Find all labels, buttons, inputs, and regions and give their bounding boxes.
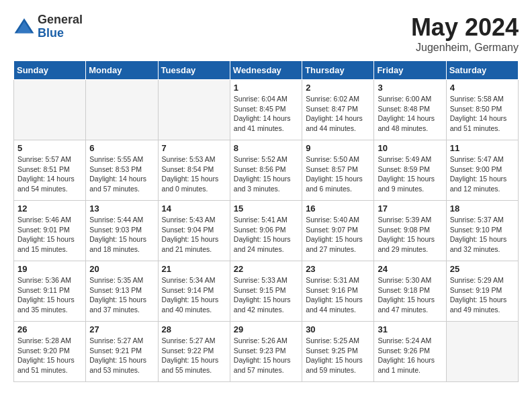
day-number: 28 [162,324,226,334]
day-info: Sunrise: 5:44 AMSunset: 9:03 PMDaylight:… [89,215,154,255]
calendar-cell: 31Sunrise: 5:24 AMSunset: 9:26 PMDayligh… [374,322,446,382]
calendar-cell: 26Sunrise: 5:28 AMSunset: 9:20 PMDayligh… [14,322,86,382]
calendar-cell: 17Sunrise: 5:39 AMSunset: 9:08 PMDayligh… [374,201,446,261]
day-number: 12 [17,203,82,214]
header-day-wednesday: Wednesday [230,61,302,80]
day-number: 31 [378,324,442,334]
day-number: 15 [234,203,298,214]
day-number: 29 [234,324,298,334]
day-number: 9 [306,143,370,153]
logo-icon [13,16,35,38]
day-info: Sunrise: 5:53 AMSunset: 8:54 PMDaylight:… [162,154,226,194]
day-info: Sunrise: 5:50 AMSunset: 8:57 PMDaylight:… [306,154,370,194]
day-info: Sunrise: 5:49 AMSunset: 8:59 PMDaylight:… [378,154,442,194]
day-info: Sunrise: 5:52 AMSunset: 8:56 PMDaylight:… [234,154,298,194]
calendar-cell: 30Sunrise: 5:25 AMSunset: 9:25 PMDayligh… [302,322,374,382]
day-info: Sunrise: 5:55 AMSunset: 8:53 PMDaylight:… [89,154,154,194]
day-info: Sunrise: 5:43 AMSunset: 9:04 PMDaylight:… [162,215,226,255]
page-header: General Blue May 2024 Jugenheim, Germany [13,13,519,54]
title-block: May 2024 Jugenheim, Germany [411,13,519,54]
calendar-cell: 21Sunrise: 5:34 AMSunset: 9:14 PMDayligh… [158,261,230,322]
month-title: May 2024 [411,13,519,42]
day-info: Sunrise: 5:39 AMSunset: 9:08 PMDaylight:… [378,215,442,255]
calendar-cell [158,80,230,140]
day-number: 1 [234,83,298,93]
day-info: Sunrise: 5:24 AMSunset: 9:26 PMDaylight:… [378,336,442,375]
calendar-cell: 25Sunrise: 5:29 AMSunset: 9:19 PMDayligh… [446,261,518,322]
calendar-week-2: 5Sunrise: 5:57 AMSunset: 8:51 PMDaylight… [14,140,519,201]
day-number: 5 [17,143,82,153]
day-number: 4 [450,83,515,93]
logo-text: General Blue [38,13,83,40]
day-info: Sunrise: 5:27 AMSunset: 9:22 PMDaylight:… [162,336,226,375]
day-number: 2 [306,83,370,93]
day-number: 17 [378,203,442,214]
day-number: 22 [234,264,298,274]
calendar-header-row: SundayMondayTuesdayWednesdayThursdayFrid… [14,61,519,80]
day-info: Sunrise: 5:27 AMSunset: 9:21 PMDaylight:… [89,336,154,375]
logo-general: General [38,13,83,27]
calendar-cell: 23Sunrise: 5:31 AMSunset: 9:16 PMDayligh… [302,261,374,322]
calendar-table: SundayMondayTuesdayWednesdayThursdayFrid… [13,60,519,382]
calendar-cell [446,322,518,382]
header-day-tuesday: Tuesday [158,61,230,80]
calendar-cell: 22Sunrise: 5:33 AMSunset: 9:15 PMDayligh… [230,261,302,322]
day-number: 10 [378,143,442,153]
header-day-saturday: Saturday [446,61,518,80]
day-number: 11 [450,143,515,153]
day-number: 26 [17,324,82,334]
day-info: Sunrise: 5:57 AMSunset: 8:51 PMDaylight:… [17,154,82,194]
day-info: Sunrise: 5:30 AMSunset: 9:18 PMDaylight:… [378,275,442,315]
calendar-week-5: 26Sunrise: 5:28 AMSunset: 9:20 PMDayligh… [14,322,519,382]
day-info: Sunrise: 5:40 AMSunset: 9:07 PMDaylight:… [306,215,370,255]
calendar-cell: 24Sunrise: 5:30 AMSunset: 9:18 PMDayligh… [374,261,446,322]
calendar-cell: 19Sunrise: 5:36 AMSunset: 9:11 PMDayligh… [14,261,86,322]
calendar-cell: 27Sunrise: 5:27 AMSunset: 9:21 PMDayligh… [86,322,158,382]
day-number: 18 [450,203,515,214]
logo: General Blue [13,13,83,40]
day-info: Sunrise: 5:26 AMSunset: 9:23 PMDaylight:… [234,336,298,375]
day-number: 20 [89,264,154,274]
calendar-cell: 6Sunrise: 5:55 AMSunset: 8:53 PMDaylight… [86,140,158,201]
day-number: 8 [234,143,298,153]
day-info: Sunrise: 6:04 AMSunset: 8:45 PMDaylight:… [234,94,298,134]
header-day-thursday: Thursday [302,61,374,80]
calendar-week-4: 19Sunrise: 5:36 AMSunset: 9:11 PMDayligh… [14,261,519,322]
day-number: 24 [378,264,442,274]
day-info: Sunrise: 5:34 AMSunset: 9:14 PMDaylight:… [162,275,226,315]
calendar-cell: 12Sunrise: 5:46 AMSunset: 9:01 PMDayligh… [14,201,86,261]
day-info: Sunrise: 5:58 AMSunset: 8:50 PMDaylight:… [450,94,515,134]
day-number: 16 [306,203,370,214]
day-info: Sunrise: 5:33 AMSunset: 9:15 PMDaylight:… [234,275,298,315]
calendar-cell: 29Sunrise: 5:26 AMSunset: 9:23 PMDayligh… [230,322,302,382]
calendar-cell: 16Sunrise: 5:40 AMSunset: 9:07 PMDayligh… [302,201,374,261]
day-number: 13 [89,203,154,214]
calendar-cell: 11Sunrise: 5:47 AMSunset: 9:00 PMDayligh… [446,140,518,201]
day-number: 23 [306,264,370,274]
calendar-cell [86,80,158,140]
day-number: 3 [378,83,442,93]
day-info: Sunrise: 5:47 AMSunset: 9:00 PMDaylight:… [450,154,515,194]
day-number: 25 [450,264,515,274]
calendar-cell: 14Sunrise: 5:43 AMSunset: 9:04 PMDayligh… [158,201,230,261]
calendar-cell: 2Sunrise: 6:02 AMSunset: 8:47 PMDaylight… [302,80,374,140]
day-info: Sunrise: 5:29 AMSunset: 9:19 PMDaylight:… [450,275,515,315]
calendar-cell: 18Sunrise: 5:37 AMSunset: 9:10 PMDayligh… [446,201,518,261]
day-number: 21 [162,264,226,274]
day-number: 14 [162,203,226,214]
header-day-friday: Friday [374,61,446,80]
calendar-cell [14,80,86,140]
calendar-cell: 1Sunrise: 6:04 AMSunset: 8:45 PMDaylight… [230,80,302,140]
day-number: 7 [162,143,226,153]
location: Jugenheim, Germany [411,42,519,54]
day-info: Sunrise: 5:36 AMSunset: 9:11 PMDaylight:… [17,275,82,315]
day-info: Sunrise: 5:31 AMSunset: 9:16 PMDaylight:… [306,275,370,315]
day-info: Sunrise: 5:35 AMSunset: 9:13 PMDaylight:… [89,275,154,315]
calendar-cell: 15Sunrise: 5:41 AMSunset: 9:06 PMDayligh… [230,201,302,261]
day-info: Sunrise: 5:41 AMSunset: 9:06 PMDaylight:… [234,215,298,255]
calendar-cell: 9Sunrise: 5:50 AMSunset: 8:57 PMDaylight… [302,140,374,201]
calendar-cell: 7Sunrise: 5:53 AMSunset: 8:54 PMDaylight… [158,140,230,201]
calendar-cell: 13Sunrise: 5:44 AMSunset: 9:03 PMDayligh… [86,201,158,261]
day-info: Sunrise: 5:28 AMSunset: 9:20 PMDaylight:… [17,336,82,375]
day-info: Sunrise: 5:37 AMSunset: 9:10 PMDaylight:… [450,215,515,255]
